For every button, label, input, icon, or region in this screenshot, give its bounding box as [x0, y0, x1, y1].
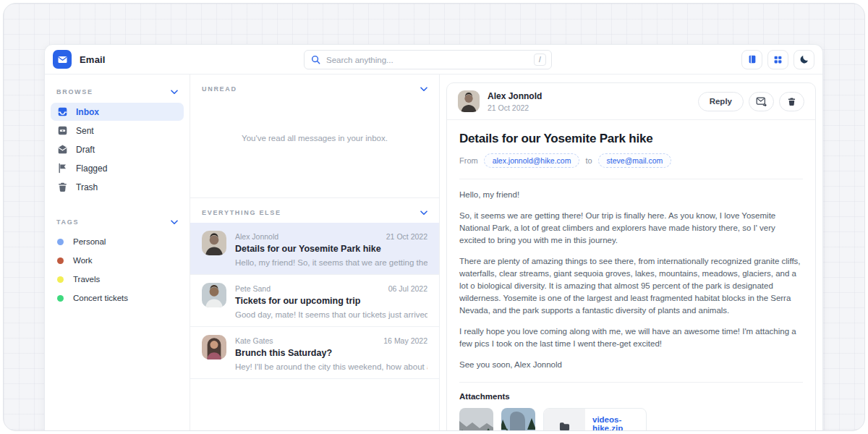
from-to-row: From alex.jonnold@hike.com to steve@mail…: [459, 153, 803, 168]
email-detail-card: Alex Jonnold 21 Oct 2022 Reply: [446, 82, 816, 431]
attachment-photo-half-dome[interactable]: [501, 408, 535, 431]
file-icon-box: [544, 409, 585, 431]
email-preview: Good day, mate! It seems that our ticket…: [235, 310, 427, 319]
chevron-down-icon[interactable]: [171, 220, 178, 225]
email-preview: Hello, my friend! So, it seems that we a…: [235, 258, 427, 267]
page-background: Email /: [3, 3, 865, 431]
trash-icon: [57, 182, 68, 192]
sidebar-item-flagged[interactable]: Flagged: [51, 159, 184, 177]
sidebar-tag-work[interactable]: Work: [45, 251, 190, 270]
chevron-down-icon[interactable]: [420, 210, 427, 216]
reply-button[interactable]: Reply: [698, 92, 744, 111]
attachment-photo-yosemite-valley[interactable]: [459, 408, 493, 431]
email-logo: [53, 50, 72, 69]
avatar: [458, 90, 480, 112]
sidebar-tag-travels[interactable]: Travels: [45, 270, 190, 289]
envelope-icon: [57, 54, 68, 65]
email-summary: Kate Gates 16 May 2022 Brunch this Satur…: [235, 335, 427, 371]
flag-icon: [57, 163, 68, 174]
app-title: Email: [80, 54, 106, 65]
sidebar-item-inbox[interactable]: Inbox: [51, 103, 184, 121]
attachments-label: Attachments: [459, 392, 803, 401]
notebook-button[interactable]: [741, 50, 762, 69]
unread-section: UNREAD You've read all messages in your …: [190, 75, 439, 198]
sidebar-tag-personal[interactable]: Personal: [45, 232, 190, 251]
to-label: to: [585, 156, 592, 165]
tag-label: Concert tickets: [73, 294, 128, 302]
attachment-file-card[interactable]: videos-hike.zip 100 MB: [543, 408, 647, 431]
detail-actions: Reply: [698, 92, 804, 111]
search-bar[interactable]: /: [304, 50, 552, 69]
app-columns: BROWSE Inbox: [45, 75, 822, 431]
mail-forward-icon: [756, 97, 767, 106]
attachments-row: videos-hike.zip 100 MB: [459, 408, 803, 431]
app-header: Email /: [45, 45, 822, 75]
avatar: [202, 231, 226, 255]
everything-else-section-header: EVERYTHING ELSE: [190, 198, 439, 223]
tag-color-dot: [57, 239, 64, 245]
dark-mode-button[interactable]: [793, 50, 814, 69]
unread-section-header: UNREAD: [190, 75, 439, 99]
to-email-chip[interactable]: steve@mail.com: [598, 153, 672, 168]
from-email-chip[interactable]: alex.jonnold@hike.com: [484, 153, 580, 168]
email-subject: Tickets for our upcoming trip: [235, 296, 427, 306]
mail-forward-button[interactable]: [749, 92, 774, 111]
search-icon: [311, 55, 320, 64]
delete-button[interactable]: [779, 92, 804, 111]
tags-label: TAGS: [56, 218, 79, 226]
sidebar-item-sent[interactable]: Sent: [51, 122, 184, 140]
mail-list-column: UNREAD You've read all messages in your …: [190, 75, 440, 431]
email-date: 21 Oct 2022: [386, 232, 427, 241]
email-summary: Alex Jonnold 21 Oct 2022 Details for our…: [235, 231, 427, 267]
tag-color-dot: [57, 295, 64, 302]
email-list-item-pete[interactable]: Pete Sand 06 Jul 2022 Tickets for our up…: [190, 275, 439, 327]
email-preview: Hey! I'll be around the city this weeken…: [235, 362, 427, 371]
sidebar-item-label: Sent: [76, 126, 94, 136]
sidebar-item-label: Flagged: [76, 163, 107, 174]
chevron-down-icon[interactable]: [420, 87, 427, 92]
sidebar-item-trash[interactable]: Trash: [51, 178, 184, 196]
detail-subject: Details for our Yosemite Park hike: [459, 132, 803, 146]
tag-color-dot: [57, 258, 64, 264]
unread-empty-message: You've read all messages in your inbox.: [190, 134, 439, 142]
email-sender: Pete Sand: [235, 284, 271, 293]
sidebar-item-label: Inbox: [76, 107, 99, 117]
dark-mode-moon-icon: [799, 54, 809, 64]
avatar: [202, 335, 226, 359]
notebook-icon: [747, 54, 757, 64]
divider: [459, 382, 803, 383]
sidebar-item-label: Draft: [76, 145, 95, 155]
tag-color-dot: [57, 276, 64, 283]
trash-icon: [787, 97, 796, 106]
detail-header: Alex Jonnold 21 Oct 2022 Reply: [447, 83, 815, 119]
sidebar-tag-concert-tickets[interactable]: Concert tickets: [45, 289, 190, 307]
from-label: From: [459, 156, 478, 165]
email-list-item-kate[interactable]: Kate Gates 16 May 2022 Brunch this Satur…: [190, 327, 439, 379]
inbox-icon: [57, 106, 68, 117]
avatar: [202, 283, 226, 307]
email-subject: Details for our Yosemite Park hike: [235, 244, 427, 254]
everything-else-label: EVERYTHING ELSE: [202, 209, 281, 216]
unread-label: UNREAD: [202, 85, 237, 93]
detail-sender-block: Alex Jonnold 21 Oct 2022: [488, 91, 542, 112]
tags-section-header: TAGS: [45, 208, 190, 232]
browse-label: BROWSE: [56, 88, 93, 95]
sent-icon: [57, 125, 68, 136]
sidebar-item-draft[interactable]: Draft: [51, 140, 184, 158]
apps-grid-button[interactable]: [767, 50, 788, 69]
email-summary: Pete Sand 06 Jul 2022 Tickets for our up…: [235, 283, 427, 319]
email-app-window: Email /: [44, 44, 823, 431]
email-list-item-alex[interactable]: Alex Jonnold 21 Oct 2022 Details for our…: [190, 223, 439, 275]
browse-section-header: BROWSE: [45, 77, 190, 102]
header-actions: [741, 50, 814, 69]
sidebar: BROWSE Inbox: [45, 75, 190, 431]
tag-label: Travels: [73, 275, 100, 284]
chevron-down-icon[interactable]: [171, 90, 178, 95]
tag-label: Personal: [73, 237, 106, 246]
detail-sender-name: Alex Jonnold: [488, 91, 542, 101]
sidebar-item-label: Trash: [76, 182, 98, 192]
search-input[interactable]: [326, 56, 534, 64]
email-sender: Kate Gates: [235, 336, 273, 345]
file-name: videos-hike.zip: [592, 415, 639, 431]
email-body-paragraph: So, it seems we are getting there! Our t…: [459, 210, 803, 247]
